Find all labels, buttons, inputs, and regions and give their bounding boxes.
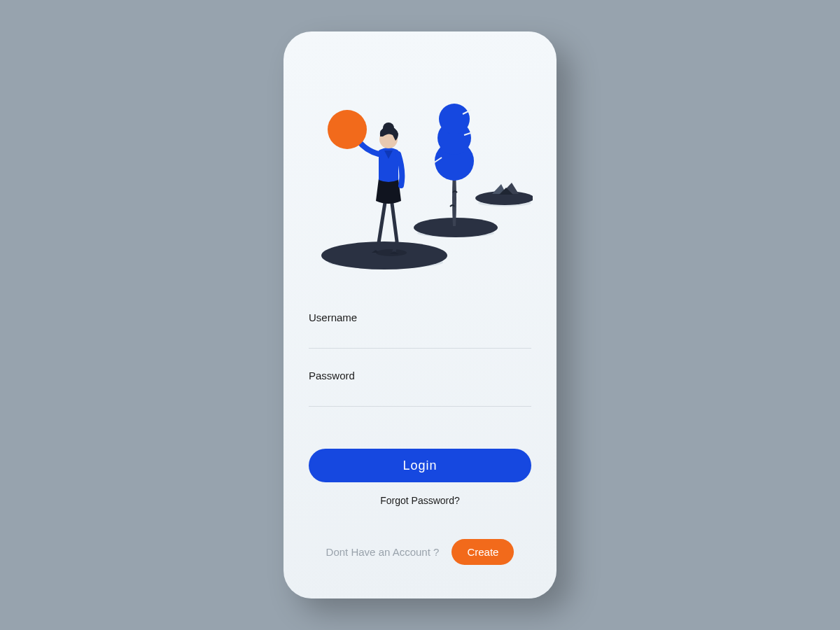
create-account-button[interactable]: Create (451, 539, 514, 565)
spacer (309, 506, 531, 539)
signup-row: Dont Have an Account ? Create (309, 539, 531, 570)
no-account-label: Dont Have an Account ? (326, 546, 440, 558)
forgot-password-link[interactable]: Forgot Password? (309, 495, 531, 506)
hero-illustration (309, 80, 533, 270)
svg-point-7 (439, 104, 470, 134)
password-input[interactable] (309, 386, 531, 407)
login-button[interactable]: Login (309, 449, 531, 482)
svg-point-9 (376, 249, 407, 256)
username-label: Username (309, 312, 531, 323)
login-screen: Username Password Login Forgot Password?… (284, 31, 556, 598)
password-group: Password (309, 370, 531, 407)
username-group: Username (309, 312, 531, 349)
password-label: Password (309, 370, 531, 382)
svg-point-12 (328, 110, 367, 149)
username-input[interactable] (309, 328, 531, 349)
